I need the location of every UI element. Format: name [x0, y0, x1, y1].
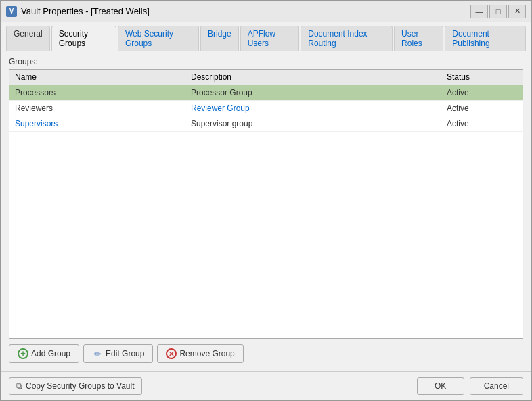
tab-bridge[interactable]: Bridge	[200, 26, 239, 51]
remove-circle-icon	[166, 348, 177, 359]
app-icon: V	[6, 6, 17, 17]
dialog-buttons: OK Cancel	[417, 377, 523, 395]
col-header-status: Status	[441, 70, 523, 85]
copy-security-groups-button[interactable]: ⧉ Copy Security Groups to Vault	[9, 377, 142, 395]
remove-group-label: Remove Group	[179, 349, 234, 358]
cell-status: Active	[441, 101, 523, 116]
cancel-button[interactable]: Cancel	[470, 377, 523, 395]
cell-status: Active	[441, 116, 523, 131]
tab-user-roles[interactable]: User Roles	[394, 26, 443, 51]
copy-icon: ⧉	[16, 381, 22, 391]
table-row[interactable]: Processors Processor Group Active	[9, 85, 523, 101]
tab-apflow-users[interactable]: APFlow Users	[240, 26, 300, 51]
cell-description: Reviewer Group	[185, 101, 441, 116]
cell-name: Supervisors	[9, 116, 185, 131]
cell-name: Reviewers	[9, 101, 185, 116]
tab-document-index-routing[interactable]: Document Index Routing	[301, 26, 393, 51]
cell-status: Active	[441, 85, 523, 100]
edit-group-label: Edit Group	[106, 349, 144, 358]
window-controls: — □ ✕	[470, 5, 526, 18]
groups-label: Groups:	[9, 57, 523, 66]
bottom-bar: ⧉ Copy Security Groups to Vault OK Cance…	[1, 371, 531, 400]
cell-description: Supervisor group	[185, 116, 441, 131]
add-circle-icon	[18, 348, 28, 359]
edit-group-button[interactable]: ✏ Edit Group	[83, 344, 153, 363]
action-button-bar: Add Group ✏ Edit Group Remove Group	[9, 339, 523, 366]
table-header: Name Description Status	[9, 70, 523, 85]
add-group-button[interactable]: Add Group	[9, 344, 79, 363]
tab-bar: General Security Groups Web Security Gro…	[1, 22, 531, 51]
groups-table-container: Name Description Status Processors Proce…	[9, 69, 523, 339]
tab-general[interactable]: General	[6, 26, 50, 51]
main-window: V Vault Properties - [Treated Wells] — □…	[0, 0, 532, 401]
add-group-label: Add Group	[31, 349, 70, 358]
cell-name: Processors	[9, 85, 185, 100]
tab-document-publishing[interactable]: Document Publishing	[445, 26, 526, 51]
content-area: Groups: Name Description Status Processo…	[1, 51, 531, 371]
window-title: Vault Properties - [Treated Wells]	[21, 6, 470, 16]
tab-web-security-groups[interactable]: Web Security Groups	[118, 26, 199, 51]
remove-icon	[166, 348, 177, 359]
ok-button[interactable]: OK	[417, 377, 464, 395]
col-header-name: Name	[9, 70, 185, 85]
table-row[interactable]: Supervisors Supervisor group Active	[9, 116, 523, 132]
table-row[interactable]: Reviewers Reviewer Group Active	[9, 101, 523, 116]
minimize-button[interactable]: —	[470, 5, 488, 18]
table-body: Processors Processor Group Active Review…	[9, 85, 523, 338]
cell-description: Processor Group	[185, 85, 441, 100]
edit-icon: ✏	[92, 348, 103, 359]
tab-security-groups[interactable]: Security Groups	[51, 26, 116, 51]
title-bar: V Vault Properties - [Treated Wells] — □…	[1, 1, 531, 22]
add-icon	[18, 348, 28, 359]
remove-group-button[interactable]: Remove Group	[157, 344, 243, 363]
col-header-description: Description	[185, 70, 441, 85]
maximize-button[interactable]: □	[489, 5, 507, 18]
close-button[interactable]: ✕	[508, 5, 526, 18]
copy-label: Copy Security Groups to Vault	[26, 381, 135, 391]
